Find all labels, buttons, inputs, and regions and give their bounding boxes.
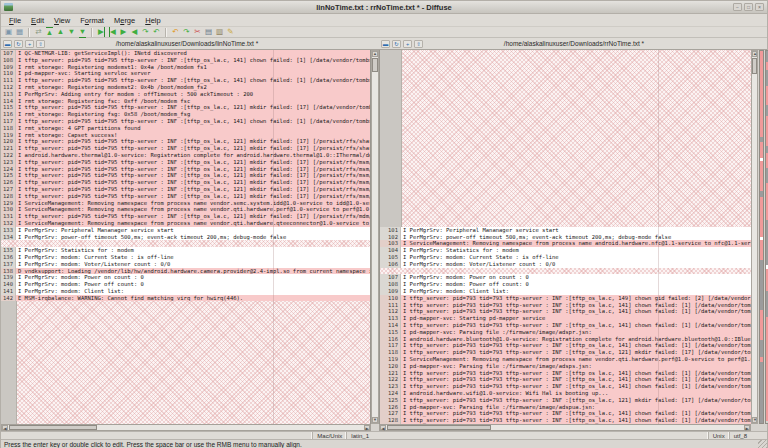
diff-line-row[interactable]: 119I ServiceManagement: Removing namespa… [380, 356, 751, 363]
right-vscroll-thumb[interactable] [752, 58, 757, 74]
last-difference-button[interactable]: ▼ [77, 27, 88, 37]
diff-line-row[interactable]: 117I tftp_server: pid=795 tid=795 tftp-s… [1, 118, 370, 125]
scroll-down-icon[interactable]: ▼ [752, 417, 757, 423]
save-file-as-button-right[interactable]: ⇧ [414, 40, 423, 48]
menu-help[interactable]: Help [140, 15, 165, 26]
diff-line-row[interactable]: 138D vndksupport: Loading /vendor/lib/hw… [1, 268, 370, 275]
save-file-button-left[interactable]: + [25, 40, 34, 48]
menu-file[interactable]: File [4, 15, 26, 26]
diff-line-row[interactable]: 129I ServiceManagement: Removing namespa… [1, 200, 370, 207]
diff-line-row[interactable]: 119I rmt_storage: Capset success! [1, 132, 370, 139]
scroll-right-icon[interactable]: ▶ [364, 425, 370, 430]
left-vscroll-thumb[interactable] [372, 58, 378, 72]
right-horizontal-scrollbar[interactable]: ◀ ▶ [379, 424, 751, 431]
menu-merge[interactable]: Merge [109, 15, 140, 26]
diff-line-row[interactable]: 117I tftp_server: pid=793 tid=793 tftp-s… [380, 342, 751, 349]
diff-line-row[interactable]: 114I rmt_storage: Registering fsc: 0xff … [1, 98, 370, 105]
left-horizontal-scrollbar[interactable]: ◀ ▶ [1, 424, 371, 431]
right-text-pane[interactable]: 101I PerMgrSrv: Peripheral Mananager ser… [379, 50, 751, 424]
diff-line-row[interactable]: 115I tftp_server: pid=795 tid=795 tftp-s… [1, 104, 370, 111]
save-file-as-button-left[interactable]: ⇧ [36, 40, 45, 48]
menu-view[interactable]: View [49, 15, 75, 26]
first-difference-button[interactable]: ▲ [44, 27, 55, 37]
copy-button[interactable]: ▤ [203, 27, 214, 37]
scroll-up-icon[interactable]: ▲ [372, 51, 378, 57]
diff-line-row[interactable]: 121I tftp_server: pid=793 tid=793 tftp-s… [380, 370, 751, 377]
titlebar[interactable]: linNoTime.txt : rrNoTime.txt * - Diffuse… [1, 1, 767, 14]
open-file-button-left[interactable]: ▬ [3, 40, 12, 48]
diff-line-row[interactable]: 127I tftp_server: pid=793 tid=793 tftp-s… [380, 410, 751, 417]
reload-file-button-right[interactable]: ↻ [392, 40, 401, 48]
matched-line-row[interactable]: 109I PerMgrSrv: modem: Client list: [380, 288, 751, 295]
diff-line-row[interactable]: 122I tftp_server: pid=793 tid=793 tftp-s… [380, 376, 751, 383]
diff-line-row[interactable]: 110I tftp_server: pid=793 tid=793 tftp-s… [380, 295, 751, 302]
matched-line-row[interactable]: 101I PerMgrSrv: Peripheral Mananager ser… [380, 227, 751, 234]
diff-line-row[interactable]: 116I android.hardware.bluetooth@1.0-serv… [380, 336, 751, 343]
gap-row[interactable] [380, 268, 751, 275]
copy-selection-right-button[interactable]: ▶ [96, 27, 107, 37]
matched-line-row[interactable]: 136I PerMgrSrv: modem: Current State : i… [1, 254, 370, 261]
diff-line-row[interactable]: 124I tftp_server: pid=795 tid=795 tftp-s… [1, 166, 370, 173]
close-button[interactable]: × [755, 3, 764, 11]
diff-line-row[interactable]: 122I android.hardware.thermal@1.0-servic… [1, 152, 370, 159]
right-vertical-scrollbar[interactable]: ▲ ▼ [751, 50, 758, 424]
minimize-button[interactable]: − [733, 3, 742, 11]
diff-line-row[interactable]: 130I ServiceManagement: Removing namespa… [1, 206, 370, 213]
left-vertical-scrollbar[interactable]: ▲ ▼ [371, 50, 379, 424]
diff-line-row[interactable]: 113I PerMgrSrv: Adding entry for modem :… [1, 91, 370, 98]
diff-line-row[interactable]: 124I android.hardware.wifi@1.0-service: … [380, 390, 751, 397]
open-file-button-right[interactable]: ▬ [381, 40, 390, 48]
diff-line-row[interactable]: 123I tftp_server: pid=793 tid=793 tftp-s… [380, 383, 751, 390]
shift-pane-right-button[interactable]: ▶ [118, 27, 129, 37]
maximize-button[interactable]: □ [744, 3, 753, 11]
matched-line-row[interactable]: 104I PerMgrSrv: Statistics for : modem [380, 247, 751, 254]
reload-file-button-left[interactable]: ↻ [14, 40, 23, 48]
diff-line-row[interactable]: 128I tftp_server: pid=795 tid=795 tftp-s… [1, 193, 370, 200]
scroll-down-icon[interactable]: ▼ [372, 417, 378, 423]
diff-line-row[interactable]: 118I tftp_server: pid=793 tid=793 tftp-s… [380, 349, 751, 356]
matched-line-row[interactable]: 137I PerMgrSrv: modem: Voter/Listener co… [1, 261, 370, 268]
matched-line-row[interactable]: 105I PerMgrSrv: modem: Current State : i… [380, 254, 751, 261]
diff-line-row[interactable]: 116I rmt_storage: Registering fsg: 0x58 … [1, 111, 370, 118]
diff-line-row[interactable]: 108I tftp_server: pid=795 tid=795 tftp-s… [1, 57, 370, 64]
diff-line-row[interactable]: 120I tftp_server: pid=795 tid=795 tftp-s… [1, 138, 370, 145]
diff-line-row[interactable]: 103I ServiceManagement: Removing namespa… [380, 240, 751, 247]
diff-line-row[interactable]: 114I tftp_server: pid=793 tid=793 tftp-s… [380, 322, 751, 329]
clear-edits-button[interactable]: ✎ [225, 27, 236, 37]
scroll-left-icon[interactable]: ◀ [2, 425, 8, 430]
save-file-button-right[interactable]: + [403, 40, 412, 48]
next-difference-button[interactable]: ▼ [66, 27, 77, 37]
matched-line-row[interactable]: 139I PerMgrSrv: modem: Power on count : … [1, 274, 370, 281]
diff-line-row[interactable]: 142E MSM-irqbalance: WARNING: Cannot fin… [1, 295, 370, 302]
paste-button[interactable]: ▥ [214, 27, 225, 37]
matched-line-row[interactable]: 133I PerMgrSrv: Peripheral Mananager ser… [1, 227, 370, 234]
diff-map-file1-column[interactable] [759, 50, 764, 424]
matched-line-row[interactable]: 135I PerMgrSrv: Statistics for : modem [1, 247, 370, 254]
scroll-up-icon[interactable]: ▲ [752, 51, 757, 57]
diff-line-row[interactable]: 107I QC-NETMGR-LIB: getServiceImpl(): IN… [1, 50, 370, 57]
diff-line-row[interactable]: 118I rmt_storage: 4 GPT partitions found [1, 125, 370, 132]
diff-line-row[interactable]: 126I pd-mapper-svc: Parsing file :/firmw… [380, 404, 751, 411]
diff-map[interactable] [758, 50, 768, 424]
diff-line-row[interactable]: 125I tftp_server: pid=795 tid=795 tftp-s… [1, 172, 370, 179]
undo-button[interactable]: ↶ [170, 27, 181, 37]
matched-line-row[interactable]: 134I PerMgrSrv: power-off timeout 500,ms… [1, 234, 370, 241]
diff-line-row[interactable]: 112I tftp_server: pid=793 tid=793 tftp-s… [380, 308, 751, 315]
resize-grip-icon[interactable] [758, 440, 767, 448]
diff-line-row[interactable]: 111I tftp_server: pid=795 tid=795 tftp-s… [1, 77, 370, 84]
matched-line-row[interactable]: 108I PerMgrSrv: modem: Power off count: … [380, 281, 751, 288]
shift-pane-left-button[interactable]: ◀ [129, 27, 140, 37]
diff-line-row[interactable]: 132I ServiceManagement: Removing namespa… [1, 220, 370, 227]
left-hscroll-thumb[interactable] [9, 425, 97, 430]
matched-line-row[interactable]: 107I PerMgrSrv: modem: Power on count : … [380, 274, 751, 281]
diff-line-row[interactable]: 123I tftp_server: pid=795 tid=795 tftp-s… [1, 159, 370, 166]
diff-line-row[interactable]: 127I tftp_server: pid=795 tid=795 tftp-s… [1, 186, 370, 193]
matched-line-row[interactable]: 102I PerMgrSrv: power-off timeout 500,ms… [380, 234, 751, 241]
merge-from-left-then-right-button[interactable]: ↷ [140, 27, 151, 37]
left-text-pane[interactable]: 107I QC-NETMGR-LIB: getServiceImpl(): IN… [1, 50, 371, 424]
diff-line-row[interactable]: 111I tftp_server: pid=793 tid=793 tftp-s… [380, 302, 751, 309]
diff-line-row[interactable]: 120I pd-mapper-svc: Parsing file :/firmw… [380, 363, 751, 370]
diff-line-row[interactable]: 109I rmt_storage: Registering modemst1: … [1, 64, 370, 71]
diff-line-row[interactable]: 115I pd-mapper-svc: Parsing file :/firmw… [380, 329, 751, 336]
cut-button[interactable]: ✂ [192, 27, 203, 37]
